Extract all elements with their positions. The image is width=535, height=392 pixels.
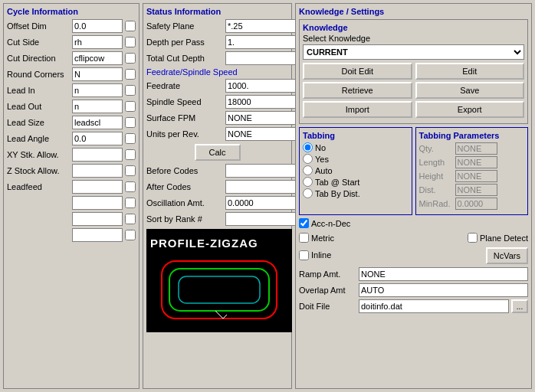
doit-file-input[interactable] bbox=[359, 299, 509, 313]
radio-auto: Auto bbox=[303, 165, 409, 175]
sort-by-rank-label: Sort by Rank # bbox=[146, 214, 223, 224]
right-panel-title: Knowledge / Settings bbox=[299, 7, 528, 16]
lead-angle-input[interactable] bbox=[72, 132, 123, 145]
radio-yes-input[interactable] bbox=[303, 154, 313, 164]
doit-edit-button[interactable]: Doit Edit bbox=[303, 63, 412, 80]
ncvars-button[interactable]: NcVars bbox=[486, 247, 528, 264]
offset-dim-input[interactable] bbox=[72, 19, 123, 33]
export-button[interactable]: Export bbox=[415, 101, 525, 118]
z-stock-checkbox[interactable] bbox=[125, 165, 136, 176]
knowledge-select[interactable]: CURRENT bbox=[303, 44, 524, 60]
offset-dim-checkbox[interactable] bbox=[125, 21, 136, 31]
xy-stk-checkbox[interactable] bbox=[125, 149, 136, 160]
lead-size-checkbox[interactable] bbox=[125, 117, 136, 128]
checkbox-row-1: Acc-n-Dec bbox=[299, 218, 528, 230]
param-dist: Dist. bbox=[419, 184, 525, 196]
radio-no-label: No bbox=[315, 143, 326, 152]
cut-side-input[interactable] bbox=[72, 35, 123, 49]
xy-stk-input[interactable] bbox=[72, 148, 123, 162]
inline-checkbox[interactable] bbox=[299, 250, 309, 260]
lead-size-input[interactable] bbox=[72, 116, 123, 129]
radio-tab-dist-input[interactable] bbox=[303, 188, 313, 198]
field-cut-direction: Cut Direction bbox=[7, 51, 136, 65]
extra3-input[interactable] bbox=[72, 228, 123, 242]
radio-tab-start: Tab @ Start bbox=[303, 177, 409, 187]
feedrate-spindle-label[interactable]: Feedrate/Spindle Speed bbox=[146, 67, 238, 77]
checkbox-row-3: Inline NcVars bbox=[299, 247, 528, 264]
extra2-checkbox[interactable] bbox=[125, 214, 136, 224]
radio-yes-label: Yes bbox=[315, 155, 329, 164]
tabbing-section: Tabbing No Yes Auto Tab @ Start bbox=[299, 127, 412, 215]
field-xy-stk: XY Stk. Allow. bbox=[7, 148, 136, 162]
field-extra1 bbox=[7, 196, 136, 210]
knowledge-section: Knowledge Select Knowledge CURRENT Doit … bbox=[299, 19, 528, 124]
ramp-amt-input[interactable] bbox=[359, 267, 528, 281]
param-length-input[interactable] bbox=[455, 156, 497, 168]
svg-rect-1 bbox=[169, 269, 269, 311]
knowledge-section-title: Knowledge bbox=[303, 23, 524, 32]
save-button[interactable]: Save bbox=[415, 82, 525, 99]
acc-n-dec-checkbox[interactable] bbox=[299, 218, 309, 228]
radio-auto-label: Auto bbox=[315, 166, 333, 175]
acc-n-dec-label: Acc-n-Dec bbox=[311, 219, 350, 228]
tabbing-title: Tabbing bbox=[303, 131, 409, 140]
cut-side-checkbox[interactable] bbox=[125, 37, 136, 47]
lead-in-input[interactable] bbox=[72, 83, 123, 97]
lead-in-checkbox[interactable] bbox=[125, 85, 136, 96]
leadfeed-input[interactable] bbox=[72, 180, 123, 194]
param-minrad-label: MinRad. bbox=[419, 199, 454, 208]
calc-button[interactable]: Calc bbox=[195, 144, 241, 161]
radio-tab-dist-label: Tab By Dist. bbox=[315, 189, 360, 198]
acc-n-dec-row: Acc-n-Dec bbox=[299, 218, 350, 228]
round-corners-input[interactable] bbox=[72, 67, 123, 81]
overlap-amt-input[interactable] bbox=[359, 283, 528, 297]
field-overlap-amt: Overlap Amt bbox=[299, 283, 528, 297]
tabbing-params-row: Tabbing No Yes Auto Tab @ Start bbox=[299, 127, 528, 215]
field-lead-angle: Lead Angle bbox=[7, 132, 136, 145]
param-dist-input[interactable] bbox=[455, 184, 497, 196]
lead-angle-checkbox[interactable] bbox=[125, 133, 136, 144]
profile-text: PROFILE-ZIGZAG bbox=[150, 237, 258, 250]
plane-detect-checkbox[interactable] bbox=[468, 233, 478, 243]
browse-button[interactable]: ... bbox=[511, 299, 528, 313]
param-minrad: MinRad. bbox=[419, 198, 525, 210]
inline-label: Inline bbox=[311, 250, 331, 260]
field-lead-out: Lead Out bbox=[7, 100, 136, 113]
doit-file-label: Doit File bbox=[299, 302, 356, 311]
oscillation-amt-label: Oscillation Amt. bbox=[146, 198, 223, 207]
radio-no-input[interactable] bbox=[303, 142, 313, 152]
field-leadfeed: Leadfeed bbox=[7, 180, 136, 194]
field-ramp-amt: Ramp Amt. bbox=[299, 267, 528, 281]
param-qty-input[interactable] bbox=[455, 142, 497, 155]
extra3-checkbox[interactable] bbox=[125, 230, 136, 240]
leadfeed-label: Leadfeed bbox=[7, 182, 70, 191]
extra2-input[interactable] bbox=[72, 212, 123, 226]
lead-out-input[interactable] bbox=[72, 100, 123, 113]
retrieve-button[interactable]: Retrieve bbox=[303, 82, 412, 99]
param-minrad-input[interactable] bbox=[455, 198, 497, 210]
metric-row: Metric bbox=[299, 233, 334, 243]
cut-direction-checkbox[interactable] bbox=[125, 53, 136, 64]
leadfeed-checkbox[interactable] bbox=[125, 181, 136, 192]
field-extra3 bbox=[7, 228, 136, 242]
field-cut-side: Cut Side bbox=[7, 35, 136, 49]
radio-tab-start-input[interactable] bbox=[303, 177, 313, 187]
round-corners-checkbox[interactable] bbox=[125, 69, 136, 80]
surface-fpm-label: Surface FPM bbox=[146, 113, 223, 122]
total-cut-depth-label: Total Cut Depth bbox=[146, 54, 223, 63]
radio-auto-input[interactable] bbox=[303, 165, 313, 175]
metric-checkbox[interactable] bbox=[299, 233, 309, 243]
extra1-input[interactable] bbox=[72, 196, 123, 210]
param-height-label: Height bbox=[419, 172, 454, 181]
param-height-input[interactable] bbox=[455, 170, 497, 182]
z-stock-input[interactable] bbox=[72, 164, 123, 178]
field-after-codes: After Codes bbox=[146, 180, 288, 194]
import-button[interactable]: Import bbox=[303, 101, 412, 118]
extra1-checkbox[interactable] bbox=[125, 198, 136, 208]
cut-direction-input[interactable] bbox=[72, 51, 123, 65]
left-panel-title: Cycle Information bbox=[7, 7, 136, 16]
edit-button[interactable]: Edit bbox=[415, 63, 525, 80]
lead-out-label: Lead Out bbox=[7, 102, 70, 111]
lead-out-checkbox[interactable] bbox=[125, 101, 136, 112]
field-surface-fpm: Surface FPM bbox=[146, 111, 288, 125]
